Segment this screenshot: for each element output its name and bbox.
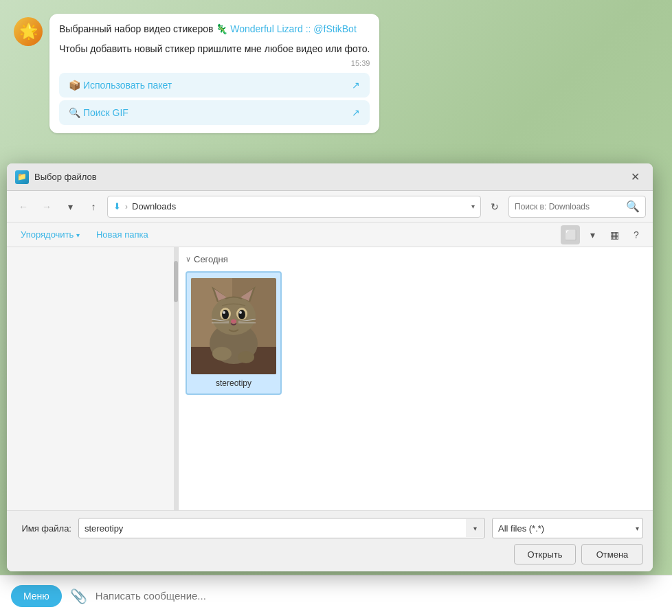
bottom-bar: Меню 📎: [0, 575, 672, 616]
search-gif-label: 🔍 Поиск GIF: [69, 107, 128, 118]
section-header: ∨ Сегодня: [186, 254, 646, 264]
view-buttons: ⬜ ▾ ▦ ?: [561, 225, 646, 244]
dialog-content: ∨ Сегодня: [7, 247, 653, 510]
dialog-footer: Имя файла: ▾ All files (*.*) ▾ Открыть О…: [7, 510, 653, 571]
search-input[interactable]: [515, 202, 623, 212]
message-text-1: Выбранный набор видео стикеров 🦎 Wonderf…: [59, 22, 370, 36]
filename-input[interactable]: [78, 518, 485, 538]
dialog-overlay: 📁 Выбор файлов ✕ ← → ▾ ↑ ⬇ › Downloads ▾…: [7, 163, 665, 571]
dialog-files[interactable]: ∨ Сегодня: [179, 247, 653, 510]
svg-point-11: [222, 310, 229, 319]
search-gif-button[interactable]: 🔍 Поиск GIF ↗: [59, 100, 370, 125]
address-dropdown-icon[interactable]: ▾: [471, 203, 475, 210]
svg-point-20: [212, 347, 232, 361]
cat-image-svg: [191, 278, 276, 374]
message-bubble: Выбранный набор видео стикеров 🦎 Wonderf…: [49, 14, 379, 133]
file-grid: stereotipy: [186, 271, 646, 395]
svg-point-12: [238, 310, 245, 319]
file-thumbnail: [191, 278, 276, 374]
filename-label: Имя файла:: [16, 523, 71, 534]
file-name: stereotipy: [216, 378, 251, 388]
dialog-titlebar: 📁 Выбор файлов ✕: [7, 163, 653, 191]
file-item[interactable]: stereotipy: [186, 271, 282, 395]
filetype-select[interactable]: All files (*.*): [492, 518, 643, 538]
message-text-part1: Выбранный набор видео стикеров 🦎: [59, 23, 230, 34]
dialog-toolbar: ← → ▾ ↑ ⬇ › Downloads ▾ ↻ 🔍: [7, 191, 653, 223]
view-dropdown-button[interactable]: ▾: [583, 225, 602, 244]
menu-button[interactable]: Меню: [11, 585, 62, 607]
nav-forward-button[interactable]: →: [37, 197, 56, 216]
organize-menu-item[interactable]: Упорядочить ▾: [14, 227, 87, 242]
view-help-button[interactable]: ?: [627, 225, 646, 244]
filename-dropdown-button[interactable]: ▾: [466, 519, 484, 537]
nav-back-button[interactable]: ←: [14, 197, 33, 216]
search-bar[interactable]: 🔍: [508, 196, 646, 218]
svg-point-13: [223, 311, 225, 314]
address-download-icon: ⬇: [113, 201, 121, 212]
dialog-menubar: Упорядочить ▾ Новая папка ⬜ ▾ ▦ ?: [7, 223, 653, 247]
organize-dropdown-icon: ▾: [76, 231, 80, 239]
filename-input-wrap: ▾: [78, 518, 485, 538]
address-path: Downloads: [132, 201, 467, 212]
view-list-button[interactable]: ⬜: [561, 225, 580, 244]
search-icon: 🔍: [626, 200, 640, 213]
nav-up-button[interactable]: ↑: [84, 197, 103, 216]
chat-area: 🌟 Выбранный набор видео стикеров 🦎 Wonde…: [0, 0, 672, 172]
message-text-2: Чтобы добавить новый стикер пришлите мне…: [59, 42, 370, 56]
action-buttons: 📦 Использовать пакет ↗ 🔍 Поиск GIF ↗: [59, 73, 370, 125]
attach-icon[interactable]: 📎: [70, 588, 87, 604]
address-separator: ›: [125, 202, 128, 212]
address-bar[interactable]: ⬇ › Downloads ▾: [107, 196, 481, 218]
use-pack-button[interactable]: 📦 Использовать пакет ↗: [59, 73, 370, 98]
footer-buttons: Открыть Отмена: [16, 544, 643, 564]
message-link[interactable]: Wonderful Lizard :: @fStikBot: [230, 23, 357, 34]
svg-point-4: [212, 297, 256, 335]
svg-point-14: [239, 311, 242, 314]
file-dialog: 📁 Выбор файлов ✕ ← → ▾ ↑ ⬇ › Downloads ▾…: [7, 163, 653, 571]
new-folder-menu-item[interactable]: Новая папка: [89, 227, 155, 242]
open-button[interactable]: Открыть: [514, 544, 576, 564]
svg-point-15: [231, 319, 236, 323]
avatar: 🌟: [14, 17, 43, 46]
cancel-button[interactable]: Отмена: [581, 544, 643, 564]
dialog-title-text: Выбор файлов: [34, 172, 620, 182]
use-pack-arrow: ↗: [352, 80, 360, 91]
search-gif-arrow: ↗: [352, 107, 360, 118]
view-grid-button[interactable]: ▦: [605, 225, 624, 244]
message-time: 15:39: [59, 59, 370, 67]
dialog-title-icon: 📁: [15, 170, 29, 184]
filename-row: Имя файла: ▾ All files (*.*) ▾: [16, 518, 643, 538]
message-input[interactable]: [96, 590, 661, 602]
sidebar-scrollbar-thumb: [174, 261, 178, 302]
refresh-button[interactable]: ↻: [485, 197, 504, 216]
dialog-sidebar: [7, 247, 179, 510]
svg-point-21: [238, 351, 254, 363]
sidebar-scrollbar[interactable]: [174, 247, 178, 510]
section-chevron: ∨: [186, 255, 191, 264]
nav-dropdown-button[interactable]: ▾: [60, 197, 80, 216]
dialog-close-button[interactable]: ✕: [625, 168, 645, 187]
use-pack-label: 📦 Использовать пакет: [69, 80, 172, 91]
filetype-wrap: All files (*.*) ▾: [492, 518, 643, 538]
section-label: Сегодня: [194, 254, 228, 264]
